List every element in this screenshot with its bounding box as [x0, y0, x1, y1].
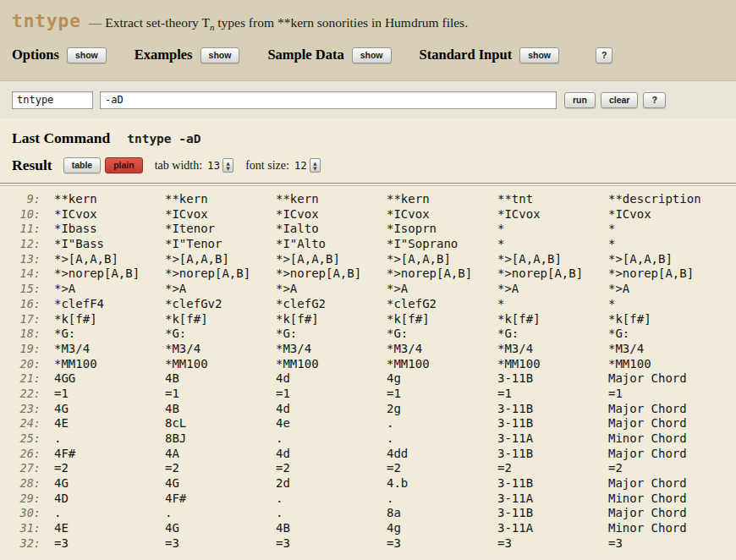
- options-show-button[interactable]: show: [67, 47, 107, 63]
- token-cell: *clefF4: [54, 297, 165, 312]
- token-cell: .: [276, 506, 387, 521]
- run-button[interactable]: run: [564, 92, 596, 108]
- token-cell: *MM100: [54, 357, 165, 372]
- token-cell: *I"Soprano: [387, 237, 497, 252]
- token-cell: 4g: [387, 371, 497, 387]
- token-cell: *>[A,A,B]: [608, 252, 673, 267]
- token-cell: *G:: [387, 327, 497, 342]
- token-cell: .: [276, 431, 387, 447]
- token-cell: .: [387, 416, 497, 431]
- token-cell: .: [387, 491, 497, 507]
- last-command-row: Last Command tntype -aD: [0, 118, 736, 147]
- stepper-down-icon[interactable]: ▼: [227, 166, 230, 171]
- line-number: 17:: [8, 312, 41, 327]
- token-cell: *>[A,A,B]: [387, 252, 497, 267]
- line-number: 12:: [8, 237, 41, 252]
- token-cell: *Ialto: [276, 222, 387, 237]
- token-cell: =1: [276, 387, 387, 402]
- nav-group-sample-data: Sample Data show: [267, 47, 391, 63]
- token-cell: 4d: [276, 447, 387, 462]
- token-cell: 4e: [276, 416, 387, 431]
- token-cell: **kern: [54, 192, 165, 207]
- line-number: 28:: [8, 476, 41, 491]
- token-cell: *>[A,A,B]: [276, 252, 387, 267]
- token-cell: =2: [497, 461, 608, 476]
- token-cell: 4B: [165, 371, 276, 387]
- line-number: 21:: [8, 371, 41, 387]
- token-cell: *M3/4: [276, 342, 387, 357]
- line-number: 24:: [8, 416, 41, 431]
- token-cell: *I"Bass: [54, 237, 165, 252]
- tab-width-stepper[interactable]: ▲ ▼: [222, 158, 233, 173]
- token-cell: =3: [165, 536, 276, 552]
- stepper-down-icon[interactable]: ▼: [313, 166, 316, 171]
- token-cell: *>norep[A,B]: [165, 266, 276, 282]
- last-command-label: Last Command: [12, 129, 110, 147]
- token-cell: =2: [608, 461, 623, 476]
- token-cell: *I"Tenor: [165, 237, 276, 252]
- token-cell: =2: [276, 461, 387, 476]
- output-line: 31:4E4G4B4g3-11AMinor Chord: [8, 521, 736, 536]
- token-cell: =1: [497, 387, 608, 402]
- command-args-input[interactable]: [100, 91, 557, 109]
- token-cell: 8a: [387, 506, 497, 521]
- token-cell: *>norep[A,B]: [387, 266, 497, 282]
- standard-input-show-button[interactable]: show: [519, 47, 559, 63]
- token-cell: 3-11B: [497, 402, 608, 417]
- token-cell: 3-11B: [497, 416, 608, 431]
- token-cell: =1: [608, 387, 623, 402]
- tab-width-value: 13: [207, 159, 220, 172]
- table-view-button[interactable]: table: [63, 157, 102, 173]
- output-line: 27:=2=2=2=2=2=2: [8, 461, 736, 476]
- output-line: 16:*clefF4*clefGv2*clefG2*clefG2**: [8, 297, 736, 312]
- line-number: 23:: [8, 402, 41, 417]
- token-cell: **kern: [276, 192, 387, 207]
- line-number: 11:: [8, 222, 41, 237]
- examples-show-button[interactable]: show: [200, 47, 240, 63]
- nav-group-examples: Examples show: [135, 47, 240, 63]
- token-cell: *Ibass: [54, 222, 165, 237]
- sample-data-show-button[interactable]: show: [352, 47, 392, 63]
- token-cell: 3-11A: [497, 431, 608, 447]
- tab-width-label: tab width:: [155, 159, 202, 173]
- token-cell: *>norep[A,B]: [608, 266, 694, 282]
- token-cell: *>norep[A,B]: [276, 266, 387, 282]
- token-cell: *>A: [276, 282, 387, 297]
- clear-button[interactable]: clear: [601, 92, 639, 108]
- token-cell: *ICvox: [387, 207, 497, 222]
- header: tntype — Extract set-theory Tn types fro…: [0, 0, 736, 81]
- line-number: 27:: [8, 461, 41, 476]
- output-line: 29:4D4F#..3-11AMinor Chord: [8, 491, 736, 507]
- token-cell: Minor Chord: [608, 521, 687, 536]
- token-cell: 4GG: [54, 371, 165, 387]
- token-cell: 4A: [165, 447, 276, 462]
- tool-name-input[interactable]: [12, 91, 93, 109]
- token-cell: *G:: [276, 327, 387, 342]
- command-help-button[interactable]: ?: [643, 92, 665, 108]
- output-line: 19:*M3/4*M3/4*M3/4*M3/4*M3/4*M3/4: [8, 342, 736, 357]
- output-line: 13:*>[A,A,B]*>[A,A,B]*>[A,A,B]*>[A,A,B]*…: [8, 252, 736, 267]
- token-cell: 4E: [54, 416, 165, 431]
- plain-view-button[interactable]: plain: [105, 157, 143, 173]
- result-bar: Result table plain tab width: 13 ▲ ▼ fon…: [0, 147, 736, 174]
- token-cell: 4g: [387, 521, 497, 536]
- token-cell: =1: [54, 387, 165, 402]
- line-number: 26:: [8, 447, 41, 462]
- token-cell: *: [608, 297, 615, 312]
- output-line: 18:*G:*G:*G:*G:*G:*G:: [8, 327, 736, 342]
- token-cell: *I"Alto: [276, 237, 387, 252]
- token-cell: .: [54, 506, 165, 521]
- token-cell: *M3/4: [387, 342, 497, 357]
- token-cell: *G:: [165, 327, 276, 342]
- token-cell: 3-11B: [497, 476, 608, 491]
- token-cell: =3: [276, 536, 387, 552]
- token-cell: *k[f#]: [497, 312, 608, 327]
- line-number: 16:: [8, 297, 41, 312]
- font-size-stepper[interactable]: ▲ ▼: [310, 158, 321, 173]
- output-line: 26:4F#4A4d4dd3-11BMajor Chord: [8, 447, 736, 462]
- header-help-button[interactable]: ?: [596, 47, 612, 63]
- token-cell: Major Chord: [608, 371, 687, 387]
- output-line: 20:*MM100*MM100*MM100*MM100*MM100*MM100: [8, 357, 736, 372]
- token-cell: *MM100: [387, 357, 497, 372]
- token-cell: *>[A,A,B]: [497, 252, 608, 267]
